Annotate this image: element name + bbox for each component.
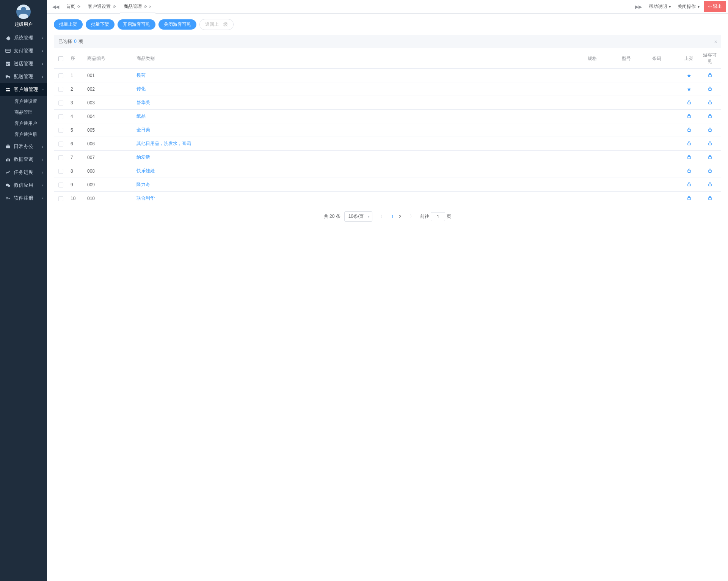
cell-seq: 9 [67, 178, 84, 192]
cell-seq: 1 [67, 69, 84, 82]
row-checkbox[interactable] [58, 73, 63, 78]
selection-prefix: 已选择 [58, 39, 72, 44]
th-seq: 序 [67, 49, 84, 69]
sidebar-subitem[interactable]: 客户通设置 [0, 96, 47, 107]
lock-icon[interactable] [708, 128, 712, 133]
row-checkbox[interactable] [58, 169, 63, 174]
row-checkbox[interactable] [58, 87, 63, 92]
row-checkbox[interactable] [58, 101, 63, 105]
back-up-button[interactable]: 返回上一级 [199, 19, 234, 30]
nav: 系统管理›支付管理›巡店管理›配送管理›客户通管理›客户通设置商品管理客户通用户… [0, 31, 47, 205]
page-number[interactable]: 1 [389, 214, 396, 219]
table-row: 3003舒华美 [54, 96, 721, 110]
sidebar-subitem[interactable]: 客户通用户 [0, 118, 47, 129]
row-checkbox[interactable] [58, 128, 63, 133]
lock-icon[interactable] [687, 155, 692, 161]
tabs-scroll-left-icon[interactable]: ◀◀ [49, 4, 62, 9]
refresh-icon[interactable]: ⟳ [113, 5, 116, 9]
cell-category-link[interactable]: 其他日用品，洗发水，膏霜 [136, 141, 191, 146]
row-checkbox[interactable] [58, 114, 63, 119]
cell-spec [585, 110, 619, 123]
guest-on-button[interactable]: 开启游客可见 [118, 19, 155, 30]
sidebar-item-users[interactable]: 客户通管理› [0, 83, 47, 96]
sidebar-subitem[interactable]: 客户通注册 [0, 129, 47, 140]
page-size-select[interactable]: 10条/页 [344, 211, 373, 222]
sidebar-item-wechat[interactable]: 微信应用› [0, 179, 47, 192]
cell-category-link[interactable]: 隆力奇 [136, 182, 150, 187]
cell-category-link[interactable]: 联合利华 [136, 195, 155, 201]
cell-code: 002 [84, 82, 133, 96]
lock-icon[interactable] [687, 182, 692, 188]
sidebar-subitem[interactable]: 商品管理 [0, 107, 47, 118]
cell-model [619, 178, 649, 192]
guest-off-button[interactable]: 关闭游客可见 [158, 19, 196, 30]
star-icon[interactable]: ★ [687, 72, 692, 79]
svg-rect-15 [687, 115, 690, 118]
sidebar-item-card[interactable]: 支付管理› [0, 44, 47, 57]
svg-rect-27 [687, 197, 690, 200]
star-icon[interactable]: ★ [687, 86, 692, 92]
page-goto-input[interactable] [431, 212, 445, 221]
batch-on-button[interactable]: 批量上架 [54, 19, 83, 30]
close-ops-menu[interactable]: 关闭操作▼ [675, 3, 703, 10]
th-cat: 商品类别 [133, 49, 585, 69]
cell-category-link[interactable]: 舒华美 [136, 100, 150, 105]
lock-icon[interactable] [687, 168, 692, 174]
select-all-checkbox[interactable] [58, 56, 63, 61]
page-prev-icon[interactable]: 〈 [376, 214, 385, 219]
lock-icon[interactable] [708, 168, 712, 174]
lock-icon[interactable] [708, 141, 712, 147]
th-barcode: 条码 [649, 49, 679, 69]
help-menu[interactable]: 帮助说明▼ [646, 3, 674, 10]
cell-category-link[interactable]: 榄菊 [136, 72, 146, 78]
lock-icon[interactable] [708, 73, 712, 79]
sidebar-item-cogs[interactable]: 系统管理› [0, 31, 47, 44]
svg-rect-26 [708, 184, 711, 186]
lock-icon[interactable] [708, 87, 712, 92]
selection-close-icon[interactable]: ✕ [714, 39, 717, 44]
page-number[interactable]: 2 [396, 214, 404, 219]
lock-icon[interactable] [687, 141, 692, 147]
lock-icon[interactable] [687, 196, 692, 202]
row-checkbox[interactable] [58, 142, 63, 146]
refresh-icon[interactable]: ⟳ [144, 5, 147, 9]
cell-category-link[interactable]: 纳爱斯 [136, 154, 150, 160]
sidebar-item-linechart[interactable]: 任务进度› [0, 166, 47, 179]
cell-category-link[interactable]: 快乐娃娃 [136, 168, 155, 173]
row-checkbox[interactable] [58, 155, 63, 160]
table-row: 10010联合利华 [54, 192, 721, 205]
sidebar-item-barchart[interactable]: 数据查询› [0, 153, 47, 166]
svg-point-2 [6, 88, 8, 89]
tab[interactable]: 首页⟳ [62, 0, 84, 13]
tabs-scroll-right-icon[interactable]: ▶▶ [632, 4, 645, 9]
table-row: 2002传化★ [54, 82, 721, 96]
cell-seq: 4 [67, 110, 84, 123]
sidebar-item-store[interactable]: 巡店管理› [0, 57, 47, 70]
lock-icon[interactable] [708, 114, 712, 120]
cell-category-link[interactable]: 纸品 [136, 113, 146, 119]
logout-button[interactable]: ⇦退出 [704, 1, 726, 12]
lock-icon[interactable] [687, 100, 692, 106]
page-next-icon[interactable]: 〉 [408, 214, 416, 219]
lock-icon[interactable] [708, 100, 712, 106]
lock-icon[interactable] [708, 196, 712, 202]
lock-icon[interactable] [687, 128, 692, 133]
tab[interactable]: 客户通设置⟳ [84, 0, 120, 13]
row-checkbox[interactable] [58, 196, 63, 201]
sidebar-item-truck[interactable]: 配送管理› [0, 70, 47, 83]
cell-category-link[interactable]: 全日美 [136, 127, 150, 132]
sidebar-item-key[interactable]: 软件注册› [0, 192, 47, 205]
lock-icon[interactable] [708, 155, 712, 161]
sidebar-item-briefcase[interactable]: 日常办公› [0, 140, 47, 153]
svg-rect-24 [708, 170, 711, 172]
cell-category-link[interactable]: 传化 [136, 86, 146, 91]
row-checkbox[interactable] [58, 183, 63, 187]
batch-off-button[interactable]: 批量下架 [86, 19, 115, 30]
cogs-icon [5, 35, 11, 41]
svg-rect-18 [708, 129, 711, 131]
tab[interactable]: 商品管理⟳✕ [120, 0, 155, 13]
lock-icon[interactable] [687, 114, 692, 120]
refresh-icon[interactable]: ⟳ [77, 5, 80, 9]
close-icon[interactable]: ✕ [149, 5, 152, 9]
lock-icon[interactable] [708, 182, 712, 188]
